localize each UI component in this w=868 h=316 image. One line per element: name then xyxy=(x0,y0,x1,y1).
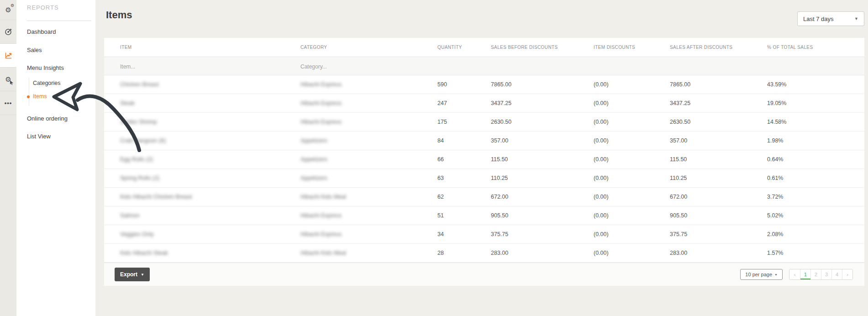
table-row[interactable]: Salmon Hibachi Express 51 905.50 (0.00) … xyxy=(104,206,864,225)
pct-total-cell: 43.59% xyxy=(767,81,853,88)
column-header-quantity[interactable]: Quantity xyxy=(437,45,491,50)
item-cell: Jumbo Shrimp xyxy=(120,119,300,125)
reports-chart-icon xyxy=(5,52,12,59)
item-discounts-cell: (0.00) xyxy=(594,100,670,106)
item-discounts-cell: (0.00) xyxy=(594,212,670,219)
item-discounts-cell: (0.00) xyxy=(594,119,670,125)
page-button-1[interactable]: 1 xyxy=(800,269,810,279)
sidebar-item-reports[interactable] xyxy=(0,44,16,68)
item-cell: Kids Hibachi Chicken Breast xyxy=(120,194,300,200)
export-label: Export xyxy=(120,271,137,278)
sales-after-cell: 2630.50 xyxy=(670,119,767,125)
cursor-pointer-icon xyxy=(10,80,14,85)
chevron-down-icon: ▼ xyxy=(141,273,144,277)
quantity-cell: 62 xyxy=(437,194,491,200)
item-filter-input[interactable] xyxy=(120,63,283,70)
item-discounts-cell: (0.00) xyxy=(594,250,670,256)
date-range-dropdown[interactable]: Last 7 days ▼ xyxy=(797,11,864,26)
category-cell: Hibachi Express xyxy=(300,81,437,88)
pct-total-cell: 0.64% xyxy=(767,156,853,163)
category-cell: Hibachi Express xyxy=(300,119,437,125)
quantity-cell: 28 xyxy=(437,250,491,256)
sidebar-item-goals[interactable] xyxy=(0,20,16,44)
table-row[interactable]: Kids Hibachi Steak Hibachi Kids Meal 28 … xyxy=(104,244,864,263)
category-cell: Hibachi Kids Meal xyxy=(300,250,437,256)
quantity-cell: 247 xyxy=(437,100,491,106)
reports-sidebar: REPORTS Dashboard Sales Menu Insights Ca… xyxy=(16,0,95,316)
pct-total-cell: 1.57% xyxy=(767,250,853,256)
page-button-4[interactable]: 4 xyxy=(831,269,842,279)
quantity-cell: 66 xyxy=(437,156,491,163)
sidebar-item-more[interactable]: ••• xyxy=(0,91,16,115)
table-row[interactable]: Kids Hibachi Chicken Breast Hibachi Kids… xyxy=(104,188,864,206)
column-header-item-discounts[interactable]: Item discounts xyxy=(594,45,670,50)
sidebar-item-settings[interactable]: ⚙ ⚙ xyxy=(0,0,16,20)
submenu-indent-line xyxy=(29,78,29,106)
quantity-cell: 175 xyxy=(437,119,491,125)
category-cell: Hibachi Kids Meal xyxy=(300,194,437,200)
chevron-down-icon: ▼ xyxy=(854,16,858,21)
page-button-3[interactable]: 3 xyxy=(821,269,831,279)
sidebar-section-title: REPORTS xyxy=(27,4,59,11)
page-button-2[interactable]: 2 xyxy=(810,269,821,279)
export-button[interactable]: Export ▼ xyxy=(115,268,150,281)
more-ellipsis-icon: ••• xyxy=(5,100,12,106)
next-page-button[interactable]: › xyxy=(842,269,852,279)
table-row[interactable]: Veggies Only Hibachi Express 34 375.75 (… xyxy=(104,225,864,244)
quantity-cell: 84 xyxy=(437,137,491,144)
pct-total-cell: 5.02% xyxy=(767,212,853,219)
item-discounts-cell: (0.00) xyxy=(594,231,670,237)
table-row[interactable]: Chicken Breast Hibachi Express 590 7865.… xyxy=(104,75,864,94)
table-row[interactable]: Crab Rangoon (6) Appetizers 84 357.00 (0… xyxy=(104,132,864,150)
table-row[interactable]: Egg Rolls (2) Appetizers 66 115.50 (0.00… xyxy=(104,150,864,169)
sales-before-cell: 357.00 xyxy=(491,137,594,144)
sidebar-item-categories[interactable]: Categories xyxy=(33,80,60,86)
table-row[interactable]: Steak Hibachi Express 247 3437.25 (0.00)… xyxy=(104,94,864,113)
sales-after-cell: 672.00 xyxy=(670,194,767,200)
target-goal-icon xyxy=(5,28,12,36)
per-page-dropdown[interactable]: 10 per page ▼ xyxy=(740,269,783,280)
pct-total-cell: 1.98% xyxy=(767,137,853,144)
column-header-category[interactable]: Category xyxy=(300,45,437,50)
sales-before-cell: 110.25 xyxy=(491,175,594,181)
category-cell: Hibachi Express xyxy=(300,100,437,106)
category-cell: Hibachi Express xyxy=(300,231,437,237)
sidebar-item-automation[interactable]: ⚙ xyxy=(0,68,16,91)
sidebar-item-menu-insights[interactable]: Menu Insights xyxy=(27,64,64,71)
sales-after-cell: 3437.25 xyxy=(670,100,767,106)
table-header-row: Item Category Quantity Sales before disc… xyxy=(104,38,864,57)
sidebar-item-list-view[interactable]: List View xyxy=(27,133,51,140)
sidebar-item-dashboard[interactable]: Dashboard xyxy=(27,28,56,35)
sidebar-item-online-ordering[interactable]: Online ordering xyxy=(27,115,68,122)
item-cell: Spring Rolls (2) xyxy=(120,175,300,181)
column-header-sales-before[interactable]: Sales before discounts xyxy=(491,45,594,50)
prev-page-button[interactable]: ‹ xyxy=(789,269,800,279)
quantity-cell: 590 xyxy=(437,81,491,88)
sidebar-item-sales[interactable]: Sales xyxy=(27,47,42,53)
sales-before-cell: 283.00 xyxy=(491,250,594,256)
items-table-card: Item Category Quantity Sales before disc… xyxy=(104,38,864,286)
pct-total-cell: 3.72% xyxy=(767,194,853,200)
category-filter-input[interactable] xyxy=(300,63,424,70)
quantity-cell: 63 xyxy=(437,175,491,181)
pagination: ‹ 1 2 3 4 › xyxy=(789,269,853,280)
date-range-value: Last 7 days xyxy=(803,16,834,22)
sidebar-item-items[interactable]: Items xyxy=(33,93,47,100)
icon-rail: ⚙ ⚙ ⚙ ••• xyxy=(0,0,16,316)
per-page-value: 10 per page xyxy=(745,272,772,277)
sales-before-cell: 375.75 xyxy=(491,231,594,237)
table-row[interactable]: Spring Rolls (2) Appetizers 63 110.25 (0… xyxy=(104,169,864,188)
quantity-cell: 51 xyxy=(437,212,491,219)
item-cell: Kids Hibachi Steak xyxy=(120,250,300,256)
table-footer: Export ▼ 10 per page ▼ ‹ 1 2 3 4 › xyxy=(104,263,864,286)
sales-before-cell: 115.50 xyxy=(491,156,594,163)
sales-after-cell: 7865.00 xyxy=(670,81,767,88)
column-header-pct-total[interactable]: % of total sales xyxy=(767,45,853,50)
table-filter-row xyxy=(104,57,864,75)
category-cell: Appetizers xyxy=(300,175,437,181)
sales-after-cell: 357.00 xyxy=(670,137,767,144)
table-row[interactable]: Jumbo Shrimp Hibachi Express 175 2630.50… xyxy=(104,113,864,132)
pct-total-cell: 0.61% xyxy=(767,175,853,181)
column-header-item[interactable]: Item xyxy=(120,45,300,50)
column-header-sales-after[interactable]: Sales after discounts xyxy=(670,45,767,50)
